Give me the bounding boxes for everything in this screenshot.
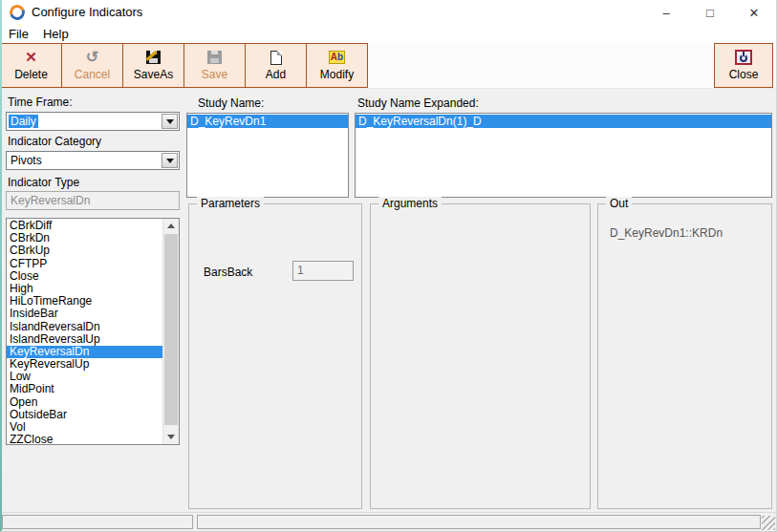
indicator-category-label: Indicator Category — [8, 135, 101, 148]
save-button[interactable]: Save — [183, 43, 246, 88]
close-window-button[interactable]: ✕ — [732, 0, 776, 25]
study-name-expanded-label: Study Name Expanded: — [357, 96, 479, 110]
maximize-button[interactable]: □ — [688, 0, 732, 25]
out-title: Out — [606, 197, 632, 210]
indicator-list-item[interactable]: ZZClose — [7, 434, 179, 445]
window-left-border — [0, 0, 2, 531]
modify-button[interactable]: Ab Modify — [306, 43, 368, 88]
study-name-listbox[interactable]: D_KeyRevDn1 — [186, 113, 349, 198]
undo-arrow-icon: ↺ — [86, 50, 98, 65]
indicator-list-items: CBrkDiffCBrkDnCBrkUpCFTPPCloseHighHiLoTi… — [7, 220, 179, 445]
indicator-type-field[interactable]: KeyReversalDn — [6, 191, 180, 210]
delete-button-label: Delete — [14, 68, 48, 81]
indicator-list-item[interactable]: IslandReversalDn — [7, 321, 179, 333]
indicator-category-dropdown-button[interactable] — [162, 153, 178, 168]
indicator-list-scrollbar[interactable] — [162, 219, 179, 444]
close-button[interactable]: Close — [714, 43, 773, 88]
cancel-button[interactable]: ↺ Cancel — [61, 43, 123, 88]
time-frame-value: Daily — [9, 115, 38, 128]
app-logo-icon — [7, 2, 27, 22]
parameters-title: Parameters — [197, 197, 264, 210]
toolbar: ✕ Delete ↺ Cancel SaveAs Save — [0, 42, 776, 89]
resize-grip-icon[interactable] — [762, 516, 775, 530]
configure-indicators-window: Configure Indicators – □ ✕ File Help ✕ D… — [0, 0, 777, 532]
arguments-groupbox: Arguments — [370, 203, 591, 509]
toolbar-button-group: ✕ Delete ↺ Cancel SaveAs Save — [0, 43, 368, 88]
menu-file[interactable]: File — [9, 27, 29, 41]
indicator-list-item[interactable]: IslandReversalUp — [7, 333, 179, 346]
indicator-listbox: CBrkDiffCBrkDnCBrkUpCFTPPCloseHighHiLoTi… — [6, 218, 180, 445]
barsback-label: BarsBack — [204, 266, 252, 279]
cancel-button-label: Cancel — [75, 68, 110, 81]
time-frame-combobox[interactable]: Daily — [6, 112, 180, 131]
study-name-expanded-item[interactable]: D_KeyReversalDn(1)_D — [356, 115, 771, 128]
save-as-floppy-icon — [146, 50, 161, 65]
add-button[interactable]: Add — [245, 43, 307, 88]
indicator-list-item[interactable]: MidPoint — [7, 383, 179, 395]
indicator-list-item[interactable]: InsideBar — [7, 308, 179, 320]
close-button-label: Close — [729, 68, 759, 81]
indicator-category-value: Pivots — [9, 154, 44, 167]
scroll-up-button[interactable] — [163, 219, 179, 233]
chevron-up-icon — [167, 223, 175, 228]
scroll-down-button[interactable] — [163, 430, 179, 444]
parameters-groupbox: Parameters BarsBack 1 — [188, 203, 362, 509]
indicator-list-item[interactable]: Open — [7, 396, 179, 409]
status-panel-main — [197, 515, 761, 529]
indicator-type-label: Indicator Type — [8, 176, 79, 189]
save-button-label: Save — [202, 68, 227, 81]
indicator-list-item[interactable]: CBrkUp — [7, 245, 179, 257]
window-controls: – □ ✕ — [644, 0, 776, 25]
time-frame-label: Time Frame: — [8, 96, 73, 109]
close-button-group: Close — [715, 43, 773, 88]
out-listbox: D_KeyRevDn1::KRDn — [610, 225, 766, 241]
status-panel-left — [2, 515, 193, 529]
indicator-list-item[interactable]: CFTPP — [7, 258, 179, 270]
out-list-item[interactable]: D_KeyRevDn1::KRDn — [610, 225, 766, 241]
status-bar — [0, 512, 776, 531]
study-name-label: Study Name: — [198, 96, 264, 110]
indicator-list-item[interactable]: KeyReversalUp — [7, 358, 179, 371]
arguments-title: Arguments — [378, 197, 442, 210]
save-floppy-icon — [207, 50, 222, 65]
indicator-list-item[interactable]: Close — [7, 270, 179, 283]
title-bar: Configure Indicators – □ ✕ — [0, 0, 776, 25]
barsback-field[interactable]: 1 — [292, 261, 354, 281]
chevron-down-icon — [166, 119, 174, 124]
save-as-button[interactable]: SaveAs — [122, 43, 184, 88]
indicator-list-item[interactable]: OutsideBar — [7, 409, 179, 421]
out-groupbox: Out D_KeyRevDn1::KRDn — [597, 203, 772, 509]
time-frame-dropdown-button[interactable] — [162, 114, 178, 129]
indicator-category-combobox[interactable]: Pivots — [6, 151, 180, 170]
minimize-button[interactable]: – — [644, 0, 688, 25]
chevron-down-icon — [167, 435, 175, 439]
chevron-down-icon — [166, 159, 174, 163]
delete-x-icon: ✕ — [25, 50, 37, 65]
study-name-item[interactable]: D_KeyRevDn1 — [187, 115, 348, 128]
modify-button-label: Modify — [320, 68, 354, 81]
study-name-expanded-listbox[interactable]: D_KeyReversalDn(1)_D — [355, 113, 772, 198]
window-title: Configure Indicators — [32, 0, 142, 25]
add-button-label: Add — [266, 68, 286, 81]
modify-ab-icon: Ab — [329, 50, 345, 65]
menu-bar: File Help — [0, 25, 776, 42]
delete-button[interactable]: ✕ Delete — [0, 43, 62, 88]
scrollbar-thumb[interactable] — [164, 234, 178, 425]
new-page-icon — [270, 50, 282, 65]
menu-help[interactable]: Help — [43, 27, 69, 41]
power-icon — [735, 50, 752, 65]
save-as-button-label: SaveAs — [134, 68, 173, 81]
